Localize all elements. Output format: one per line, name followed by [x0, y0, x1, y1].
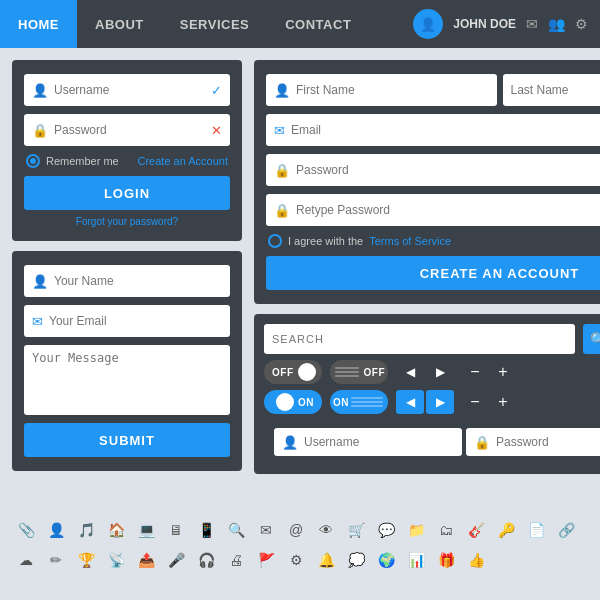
- icon-doc[interactable]: 📄: [522, 516, 550, 544]
- search-input[interactable]: [272, 333, 567, 345]
- radio-inner: [30, 158, 36, 164]
- username-input[interactable]: [54, 83, 205, 97]
- icon-folder[interactable]: 📁: [402, 516, 430, 544]
- bottom-password-row: 🔒: [466, 428, 600, 456]
- minus-button-2[interactable]: −: [462, 390, 488, 414]
- nav-home[interactable]: HOME: [0, 0, 77, 48]
- submit-button[interactable]: SUBMIT: [24, 423, 230, 457]
- icon-key[interactable]: 🔑: [492, 516, 520, 544]
- toggle-on-1[interactable]: ON: [264, 390, 322, 414]
- icon-search[interactable]: 🔍: [222, 516, 250, 544]
- terms-row: I agree with the Terms of Service: [266, 234, 600, 248]
- icon-user[interactable]: 👤: [42, 516, 70, 544]
- search-button[interactable]: 🔍: [583, 324, 600, 354]
- password-row: 🔒 ✕: [24, 114, 230, 146]
- username-row: 👤 ✓: [24, 74, 230, 106]
- create-account-button[interactable]: CREATE AN ACCOUNT: [266, 256, 600, 290]
- prev-button-2[interactable]: ◀: [396, 390, 424, 414]
- icon-link[interactable]: 🔗: [552, 516, 580, 544]
- remember-radio[interactable]: [26, 154, 40, 168]
- icon-monitor[interactable]: 🖥: [162, 516, 190, 544]
- icon-guitar[interactable]: 🎸: [462, 516, 490, 544]
- icon-printer[interactable]: 🖨: [222, 546, 250, 574]
- icon-headphones[interactable]: 🎧: [192, 546, 220, 574]
- icon-laptop[interactable]: 💻: [132, 516, 160, 544]
- plus-button-2[interactable]: +: [490, 390, 516, 414]
- contact-name-input[interactable]: [54, 274, 222, 288]
- icon-mic[interactable]: 🎤: [162, 546, 190, 574]
- stripe-b1: [351, 397, 383, 399]
- prev-button-1[interactable]: ◀: [396, 360, 424, 384]
- minus-button-1[interactable]: −: [462, 360, 488, 384]
- icon-speech[interactable]: 💭: [342, 546, 370, 574]
- icon-trophy[interactable]: 🏆: [72, 546, 100, 574]
- on-label-2: ON: [333, 397, 349, 408]
- icon-upload[interactable]: 📤: [132, 546, 160, 574]
- icon-chat[interactable]: 💬: [372, 516, 400, 544]
- stripe-3: [335, 375, 359, 377]
- contact-message-input[interactable]: [32, 351, 222, 409]
- settings-icon[interactable]: ⚙: [575, 16, 588, 32]
- icon-eye[interactable]: 👁: [312, 516, 340, 544]
- bottom-lock-icon: 🔒: [474, 435, 490, 450]
- nav-about[interactable]: ABOUT: [77, 0, 162, 48]
- icon-pencil[interactable]: ✏: [42, 546, 70, 574]
- reg-password-input[interactable]: [296, 163, 600, 177]
- nav-services[interactable]: SERVICES: [162, 0, 268, 48]
- icon-bell[interactable]: 🔔: [312, 546, 340, 574]
- stripe-1: [335, 367, 359, 369]
- icon-wifi[interactable]: 📡: [102, 546, 130, 574]
- users-icon[interactable]: 👥: [548, 16, 565, 32]
- icon-flag[interactable]: 🚩: [252, 546, 280, 574]
- next-button-1[interactable]: ▶: [426, 360, 454, 384]
- toggle-circle-2: [276, 393, 294, 411]
- mail-icon[interactable]: ✉: [526, 16, 538, 32]
- icon-globe[interactable]: 🌍: [372, 546, 400, 574]
- icon-phone[interactable]: 📱: [192, 516, 220, 544]
- icon-cart[interactable]: 🛒: [342, 516, 370, 544]
- reg-email-row: ✉: [266, 114, 600, 146]
- next-button-2[interactable]: ▶: [426, 390, 454, 414]
- terms-link[interactable]: Terms of Service: [369, 235, 451, 247]
- password-input[interactable]: [54, 123, 205, 137]
- last-name-row: [503, 74, 601, 106]
- icon-grid: 📎 👤 🎵 🏠 💻 🖥 📱 🔍 ✉ @ 👁 🛒 💬 📁 🗂 🎸 🔑 📄 🔗 ☁ …: [0, 510, 600, 580]
- stripe-2: [335, 371, 359, 373]
- icon-thumbsup[interactable]: 👍: [462, 546, 490, 574]
- contact-message-row: [24, 345, 230, 415]
- remember-row: Remember me Create an Account: [24, 154, 230, 168]
- terms-radio[interactable]: [268, 234, 282, 248]
- toggle-striped-off[interactable]: OFF: [330, 360, 388, 384]
- bottom-password-input[interactable]: [496, 435, 600, 449]
- toggle-off-1[interactable]: OFF: [264, 360, 322, 384]
- icon-layers[interactable]: 🗂: [432, 516, 460, 544]
- media-buttons-1: ◀ ▶: [396, 360, 454, 384]
- register-panel: 👤 ✉ 🔒 🔒 I agree with the: [254, 60, 600, 304]
- bottom-username-input[interactable]: [304, 435, 454, 449]
- icon-home[interactable]: 🏠: [102, 516, 130, 544]
- icon-paperclip[interactable]: 📎: [12, 516, 40, 544]
- icon-cloud[interactable]: ☁: [12, 546, 40, 574]
- icon-gear[interactable]: ⚙: [282, 546, 310, 574]
- first-name-input[interactable]: [296, 83, 489, 97]
- contact-email-input[interactable]: [49, 314, 222, 328]
- reg-lock-icon: 🔒: [274, 163, 290, 178]
- first-name-row: 👤: [266, 74, 497, 106]
- create-account-link[interactable]: Create an Account: [137, 155, 228, 167]
- toggle-striped-on[interactable]: ON: [330, 390, 388, 414]
- icon-music[interactable]: 🎵: [72, 516, 100, 544]
- icon-mail[interactable]: ✉: [252, 516, 280, 544]
- login-button[interactable]: LOGIN: [24, 176, 230, 210]
- last-name-input[interactable]: [511, 83, 601, 97]
- plus-button-1[interactable]: +: [490, 360, 516, 384]
- pm-buttons-1: − +: [462, 360, 516, 384]
- nav-contact[interactable]: CONTACT: [267, 0, 369, 48]
- icon-chart[interactable]: 📊: [402, 546, 430, 574]
- search-box: [264, 324, 575, 354]
- reg-retype-input[interactable]: [296, 203, 600, 217]
- icon-at[interactable]: @: [282, 516, 310, 544]
- icon-gift[interactable]: 🎁: [432, 546, 460, 574]
- reg-email-input[interactable]: [291, 123, 600, 137]
- forgot-password-link[interactable]: Forgot your password?: [24, 216, 230, 227]
- login-panel: 👤 ✓ 🔒 ✕ Remember me Create an Account LO…: [12, 60, 242, 241]
